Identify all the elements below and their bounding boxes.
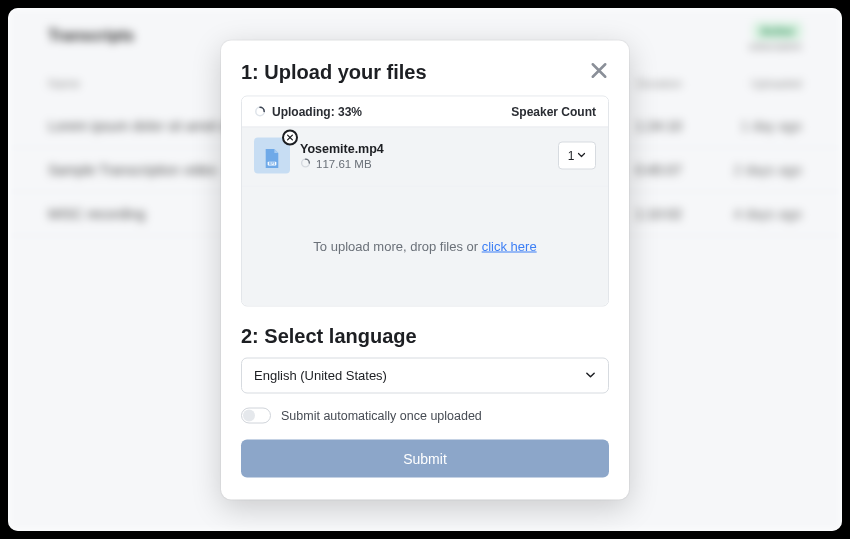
close-button[interactable]: [589, 60, 609, 80]
remove-file-button[interactable]: [282, 129, 298, 145]
step1-title: 1: Upload your files: [241, 60, 427, 83]
spinner-icon: [300, 158, 311, 169]
status-badge: Active: [753, 22, 802, 40]
spinner-icon: [254, 105, 266, 117]
file-size: 117.61 MB: [316, 157, 372, 169]
close-icon: [589, 60, 609, 80]
toggle-knob: [243, 409, 255, 421]
upload-box: Uploading: 33% Speaker Count MP3: [241, 95, 609, 306]
submit-button[interactable]: Submit: [241, 439, 609, 477]
chevron-down-icon: [585, 370, 596, 381]
col-uploaded: Uploaded: [682, 77, 802, 91]
upload-modal: 1: Upload your files Uploading: 33% Spea…: [221, 40, 629, 499]
file-thumbnail: MP3: [254, 137, 290, 173]
file-icon: MP3: [262, 147, 282, 169]
chevron-down-icon: [577, 151, 586, 160]
file-name: Yosemite.mp4: [300, 141, 548, 155]
close-icon: [286, 133, 294, 141]
drop-text: To upload more, drop files or: [313, 238, 481, 253]
speaker-count-label: Speaker Count: [511, 104, 596, 118]
click-here-link[interactable]: click here: [482, 238, 537, 253]
page-title: Transcripts: [48, 27, 134, 45]
upload-status-prefix: Uploading:: [272, 104, 335, 118]
svg-text:MP3: MP3: [269, 161, 276, 165]
speaker-count-value: 1: [568, 148, 575, 162]
dropzone[interactable]: To upload more, drop files or click here: [242, 185, 608, 305]
auto-submit-label: Submit automatically once uploaded: [281, 408, 482, 422]
auto-submit-toggle[interactable]: [241, 407, 271, 423]
step2-title: 2: Select language: [241, 324, 609, 347]
file-row: MP3 Yosemite.mp4 117.61 MB 1: [242, 126, 608, 185]
speaker-count-select[interactable]: 1: [558, 141, 596, 169]
language-value: English (United States): [254, 368, 387, 383]
upload-percent: 33%: [338, 104, 362, 118]
language-select[interactable]: English (United States): [241, 357, 609, 393]
